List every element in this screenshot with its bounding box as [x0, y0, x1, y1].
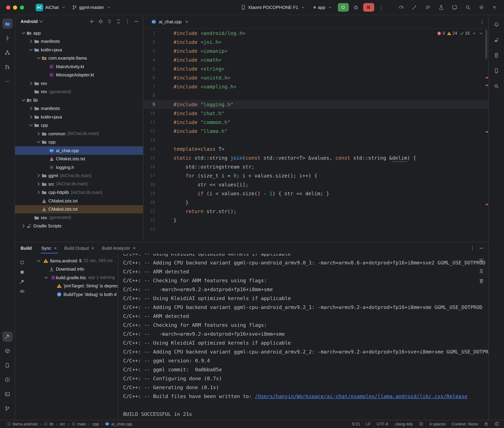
build-tree-item[interactable]: 'jvmTarget: String' is deprec [29, 282, 118, 290]
code-line-7[interactable]: 7#include <sampling.h> [143, 82, 488, 91]
line-number[interactable]: 17 [143, 171, 155, 180]
line-number[interactable]: 22 [143, 216, 155, 225]
code-line-20[interactable]: 20 } [143, 198, 488, 207]
minimize-window-button[interactable] [13, 5, 17, 9]
code-text[interactable]: str << values[i]; [173, 180, 248, 189]
structure-tool-button[interactable] [2, 47, 13, 58]
chevron-down-icon[interactable] [36, 258, 41, 263]
tree-item-cpp-httplib[interactable]: cpp-httplib[AiChat.lib.main] [15, 188, 143, 197]
code-text[interactable]: #include "logging.h" [173, 100, 233, 109]
line-number[interactable]: 6 [143, 73, 155, 82]
status-lock-widget[interactable] [484, 422, 488, 427]
line-number[interactable]: 5 [143, 64, 155, 73]
build-window-title[interactable]: Build [21, 246, 32, 251]
chevron-right-icon[interactable] [28, 39, 34, 44]
code-line-10[interactable]: 10#include "chat.h" [143, 109, 488, 118]
close-tab-icon[interactable] [91, 246, 95, 250]
build-options-icon[interactable] [470, 245, 475, 251]
device-explorer-tool-button[interactable] [491, 50, 501, 60]
line-number[interactable]: 2 [143, 38, 155, 47]
tree-item-manifests[interactable]: manifests [15, 37, 143, 46]
line-number[interactable]: 14 [143, 145, 155, 153]
commit-tool-button[interactable] [2, 33, 13, 43]
line-number[interactable]: 16 [143, 162, 155, 171]
code-text[interactable]: #include "chat.h" [173, 109, 224, 118]
stop-small-button[interactable] [18, 269, 26, 275]
code-text[interactable]: return str.str(); [173, 207, 237, 216]
project-tool-button[interactable] [2, 18, 13, 29]
problems-tool-button[interactable] [2, 375, 13, 385]
previous-issue-icon[interactable] [472, 31, 477, 36]
tree-item-gradle-scripts[interactable]: Gradle Scripts [15, 222, 143, 230]
tree-item-cmakelists-txt[interactable]: CMakeLists.txt [15, 155, 143, 163]
chevron-down-icon[interactable] [28, 47, 34, 53]
line-number[interactable]: 7 [143, 82, 155, 91]
code-line-3[interactable]: 3#include <iomanip> [143, 47, 488, 56]
code-line-11[interactable]: 11#include "common.h" [143, 118, 488, 127]
line-number[interactable]: 21 [143, 207, 155, 216]
tree-item-mainactivity-kt[interactable]: MainActivity.kt [15, 62, 143, 71]
code-line-19[interactable]: 19 if (i < values.size() - 1) { str << d… [143, 189, 488, 198]
terminal-tool-button[interactable] [2, 389, 13, 399]
code-line-18[interactable]: 18 str << values[i]; [143, 180, 488, 189]
tree-item-com-example-llama[interactable]: com.example.llama [15, 54, 143, 62]
wrap-button[interactable] [478, 257, 485, 263]
build-tab-sync[interactable]: Sync [39, 244, 60, 252]
code-line-5[interactable]: 5#include <string> [143, 64, 488, 73]
tree-item-common[interactable]: common[AiChat.lib.main] [15, 130, 143, 138]
code-line-9[interactable]: 9#include "logging.h" [143, 100, 488, 109]
run-button[interactable] [338, 3, 349, 12]
line-number[interactable]: 8 [143, 91, 155, 100]
editor-tab-ai-chat-cpp[interactable]: C++ ai_chat.cpp [147, 15, 192, 29]
tree-item-kotlin-java[interactable]: kotlin+java [15, 46, 143, 54]
tree-item-cmakelists-txt[interactable]: CMakeLists.txt [15, 205, 143, 214]
run-configuration-selector[interactable]: app [311, 3, 336, 11]
status-widget-context-none[interactable]: Context: None [452, 422, 478, 427]
tree-item-messageadapter-kt[interactable]: MessageAdapter.kt [15, 71, 143, 79]
chevron-right-icon[interactable] [36, 131, 41, 137]
build-tab-build-analyzer[interactable]: Build Analyzer [99, 244, 139, 252]
code-text[interactable]: } [173, 198, 188, 207]
line-number[interactable]: 13 [143, 136, 155, 145]
git-tool-button[interactable] [2, 403, 13, 414]
collapse-all-button[interactable] [114, 17, 122, 25]
tree-item-cpp[interactable]: cpp [15, 138, 143, 146]
scroll-end-button[interactable] [478, 268, 485, 274]
code-line-17[interactable]: 17 for (size_t i = 0; i < values.size();… [143, 171, 488, 180]
stop-button[interactable] [363, 3, 374, 12]
code-line-12[interactable]: 12#include "llama.h" [143, 127, 488, 136]
code-line-13[interactable]: 13 [143, 136, 488, 145]
app-insights-button[interactable] [436, 3, 446, 12]
build-tool-button[interactable] [2, 331, 13, 342]
breadcrumb-item[interactable]: llama.android [7, 422, 37, 427]
device-selector[interactable]: Xiaomi POCOPHONE F1 [238, 3, 308, 11]
status-widget-utf-8[interactable]: UTF-8 [376, 422, 388, 427]
code-text[interactable]: template<class T> [173, 145, 224, 153]
profiler-button[interactable] [396, 3, 406, 12]
trash-button[interactable] [478, 278, 485, 284]
locate-button[interactable] [96, 17, 105, 25]
line-number[interactable]: 12 [143, 127, 155, 136]
code-text[interactable]: #include "llama.h" [173, 127, 227, 136]
code-line-21[interactable]: 21 return str.str(); [143, 207, 488, 216]
build-tab-build-output[interactable]: Build Output [61, 244, 98, 252]
line-number[interactable]: 4 [143, 56, 155, 64]
device-mirroring-button[interactable] [449, 3, 460, 12]
tree-item-cpp[interactable]: cpp [15, 121, 143, 130]
notifications-tool-button[interactable] [491, 19, 501, 29]
code-line-22[interactable]: 22} [143, 216, 488, 225]
build-tree-item[interactable]: BuildType 'debug' is both d [29, 290, 118, 298]
code-text[interactable]: #include "common.h" [173, 118, 231, 127]
tree-item-res[interactable]: res [15, 79, 143, 88]
device-manager-tool-button[interactable] [2, 360, 13, 370]
breadcrumb-item[interactable]: C++ai_chat.cpp [105, 422, 132, 427]
status-widget-9-21[interactable]: 9:21 [352, 422, 360, 427]
code-editor[interactable]: 1#include <android/log.h>2#include <jni.… [143, 29, 488, 242]
tree-item-ggml[interactable]: ggml[AiChat.lib.main] [15, 172, 143, 180]
build-variants-tool-button[interactable] [2, 346, 13, 356]
gradle-tool-button[interactable] [491, 35, 501, 45]
chevron-down-icon[interactable] [36, 140, 41, 145]
line-number[interactable]: 9 [143, 100, 155, 109]
code-line-2[interactable]: 2#include <jni.h> [143, 38, 488, 47]
status-widget--clang-tidy[interactable]: .clang-tidy [394, 422, 413, 427]
